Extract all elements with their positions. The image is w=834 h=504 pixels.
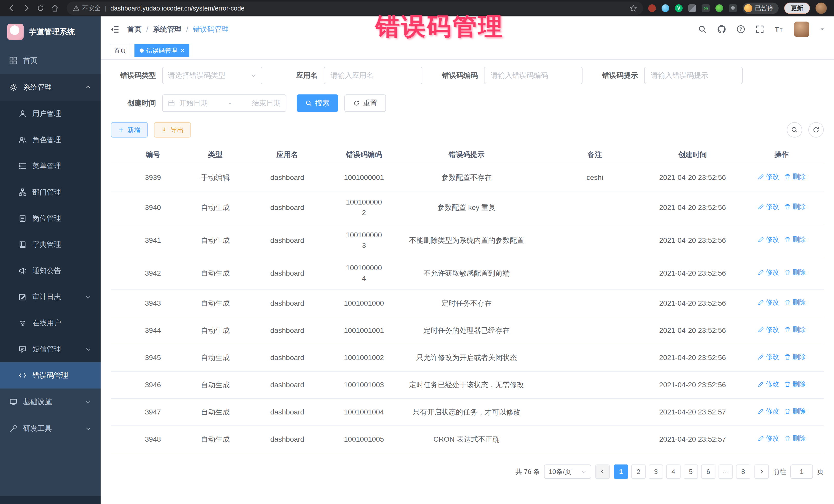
next-page-button[interactable] (754, 464, 769, 479)
date-range-picker[interactable]: 开始日期 - 结束日期 (162, 94, 286, 112)
caret-down-icon[interactable] (820, 27, 825, 32)
delete-link[interactable]: 删除 (784, 434, 806, 443)
search-icon[interactable] (698, 25, 707, 34)
paused-badge[interactable]: 已暂停 (743, 3, 778, 14)
refresh-table-icon[interactable] (808, 122, 824, 137)
pencil-icon (758, 326, 764, 333)
delete-link[interactable]: 删除 (784, 352, 806, 362)
search-button[interactable]: 搜索 (297, 94, 338, 112)
sidebar-item-7[interactable]: 字典管理 (0, 232, 101, 258)
close-tab-icon[interactable]: × (181, 47, 184, 53)
extension-icon[interactable]: V (675, 4, 683, 12)
user-avatar[interactable] (794, 22, 809, 37)
cell-message: 定时任务已经处于该状态，无需修改 (389, 380, 544, 390)
sidebar-collapse-bar[interactable] (0, 496, 101, 504)
edit-link[interactable]: 修改 (758, 298, 779, 307)
delete-link[interactable]: 删除 (784, 379, 806, 389)
page-button-3[interactable]: 3 (649, 464, 663, 479)
sidebar-item-8[interactable]: 通知公告 (0, 258, 101, 284)
address-bar[interactable]: 不安全 | dashboard.yudao.iocoder.cn/system/… (67, 2, 643, 15)
page-button-2[interactable]: 2 (631, 464, 646, 479)
edit-link[interactable]: 修改 (758, 268, 779, 278)
page-button-8[interactable]: 8 (736, 464, 750, 479)
add-button[interactable]: 新增 (111, 122, 148, 137)
home-browser-icon[interactable] (48, 2, 62, 15)
edit-link[interactable]: 修改 (758, 235, 779, 245)
github-icon[interactable] (717, 25, 726, 34)
page-button-1[interactable]: 1 (614, 464, 628, 479)
delete-link[interactable]: 删除 (784, 172, 806, 182)
cell-app: dashboard (236, 434, 339, 445)
back-icon[interactable] (5, 2, 19, 15)
delete-link[interactable]: 删除 (784, 202, 806, 212)
extension-icon[interactable] (688, 4, 696, 12)
cell-app: dashboard (236, 202, 339, 213)
extension-icon[interactable] (662, 4, 669, 12)
sidebar-item-6[interactable]: 岗位管理 (0, 205, 101, 232)
update-button[interactable]: 更新 (784, 3, 810, 14)
delete-link[interactable]: 删除 (784, 235, 806, 245)
sidebar-item-11[interactable]: 短信管理 (0, 336, 101, 363)
edit-link[interactable]: 修改 (758, 202, 779, 212)
sidebar-item-1[interactable]: 系统管理 (0, 74, 101, 101)
extension-on-icon[interactable]: on (702, 4, 710, 12)
delete-link[interactable]: 删除 (784, 407, 806, 416)
tab-home[interactable]: 首页 (109, 44, 131, 57)
fullscreen-icon[interactable] (755, 25, 764, 34)
sidebar-item-5[interactable]: 部门管理 (0, 179, 101, 205)
page-button-4[interactable]: 4 (666, 464, 681, 479)
sidebar-item-14[interactable]: 研发工具 (0, 415, 101, 442)
app-name-input[interactable] (324, 67, 422, 84)
reload-icon[interactable] (34, 2, 47, 15)
sidebar-item-13[interactable]: 基础设施 (0, 389, 101, 415)
header-type: 类型 (195, 150, 236, 160)
sidebar-item-0[interactable]: 首页 (0, 47, 101, 74)
sidebar-toggle-icon[interactable] (110, 25, 119, 34)
sidebar-item-4[interactable]: 菜单管理 (0, 153, 101, 179)
edit-link[interactable]: 修改 (758, 172, 779, 182)
help-icon[interactable]: ? (737, 25, 745, 34)
edit-link[interactable]: 修改 (758, 434, 779, 443)
page-more-button[interactable]: ··· (719, 464, 733, 479)
cell-id: 3945 (111, 353, 195, 363)
app-logo[interactable]: 芋道管理系统 (0, 17, 101, 47)
forward-icon[interactable] (20, 2, 33, 15)
export-button[interactable]: 导出 (154, 122, 191, 137)
tab-error-code[interactable]: 错误码管理 × (134, 44, 190, 57)
sidebar-item-3[interactable]: 角色管理 (0, 127, 101, 153)
reset-button[interactable]: 重置 (344, 94, 386, 112)
page-size-select[interactable]: 10条/页 (544, 464, 591, 479)
error-type-select[interactable]: 请选择错误码类型 (162, 67, 262, 84)
prev-page-button[interactable] (595, 464, 610, 479)
edit-link[interactable]: 修改 (758, 352, 779, 362)
extension-icon[interactable] (716, 4, 723, 12)
cell-time: 2021-04-20 23:52:56 (645, 268, 740, 279)
goto-page-input[interactable] (790, 464, 813, 479)
edit-link[interactable]: 修改 (758, 379, 779, 389)
page-button-6[interactable]: 6 (701, 464, 716, 479)
page-button-5[interactable]: 5 (684, 464, 698, 479)
extension-icon[interactable] (648, 4, 656, 12)
sidebar-item-2[interactable]: 用户管理 (0, 101, 101, 127)
browser-toolbar: 不安全 | dashboard.yudao.iocoder.cn/system/… (0, 0, 834, 17)
security-warning[interactable]: 不安全 (73, 4, 101, 12)
breadcrumb-system[interactable]: 系统管理 (153, 24, 182, 34)
extensions-puzzle-icon[interactable] (729, 4, 737, 12)
toggle-search-icon[interactable] (787, 122, 802, 137)
error-code-input[interactable] (484, 67, 583, 84)
delete-link[interactable]: 删除 (784, 268, 806, 278)
edit-link[interactable]: 修改 (758, 407, 779, 416)
browser-avatar[interactable] (815, 3, 827, 14)
edit-link[interactable]: 修改 (758, 325, 779, 335)
sidebar-item-9[interactable]: 审计日志 (0, 284, 101, 310)
sidebar-item-10[interactable]: 在线用户 (0, 310, 101, 336)
sidebar-item-12[interactable]: 错误码管理 (0, 363, 101, 389)
delete-link[interactable]: 删除 (784, 298, 806, 307)
delete-link[interactable]: 删除 (784, 325, 806, 335)
font-size-icon[interactable]: TT (774, 25, 784, 34)
bookmark-star-icon[interactable] (630, 5, 637, 12)
breadcrumb-home[interactable]: 首页 (127, 24, 142, 34)
pencil-icon (758, 435, 764, 442)
error-hint-input[interactable] (644, 67, 743, 84)
svg-text:T: T (775, 26, 779, 33)
